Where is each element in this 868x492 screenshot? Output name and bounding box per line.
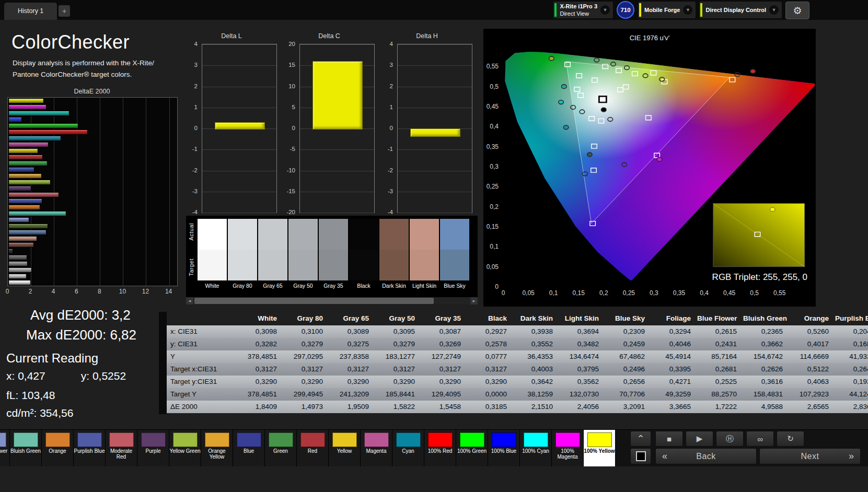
gear-icon[interactable]: ⚙ bbox=[785, 2, 809, 19]
delta-c-chart: Delta C 20151050-5-10-15-20 bbox=[282, 32, 377, 225]
patch-button[interactable]: 100% Cyan bbox=[520, 430, 552, 466]
gridline bbox=[202, 192, 276, 192]
delta-l-plot bbox=[202, 44, 277, 213]
deltae-bar bbox=[8, 217, 29, 222]
table-cell: 0,2626 bbox=[743, 363, 789, 376]
axis-tick-label: 0,15 bbox=[487, 223, 499, 230]
add-tab-button[interactable]: + bbox=[59, 5, 70, 17]
pattern-source-dropdown[interactable]: Mobile Forge ▼ bbox=[638, 2, 696, 18]
axis-tick-label: -4 bbox=[192, 209, 198, 215]
refresh-icon-button[interactable]: ↻ bbox=[777, 431, 804, 447]
scroll-right-icon[interactable]: ► bbox=[470, 297, 478, 304]
meter-dropdown[interactable]: X-Rite i1Pro 3 Direct View ▼ bbox=[553, 2, 613, 18]
axis-tick-label: 0,25 bbox=[487, 183, 499, 190]
current-reading-heading: Current Reading bbox=[6, 351, 98, 366]
patch-button[interactable]: 100% Red bbox=[424, 430, 456, 466]
patch-button[interactable]: Orange Yellow bbox=[201, 430, 233, 466]
delta-h-chart: Delta H 43210-1-2-3-4 bbox=[379, 32, 474, 225]
deltae-bar bbox=[8, 104, 47, 110]
axis-tick-label: -1 bbox=[192, 146, 198, 152]
infinity-icon-button[interactable]: ∞ bbox=[746, 431, 774, 447]
patch-button[interactable]: Red bbox=[297, 430, 329, 466]
deltae-bar bbox=[8, 267, 32, 273]
patch-color-chip bbox=[237, 432, 261, 447]
deltae-bar bbox=[8, 180, 51, 185]
back-arrow-icon: « bbox=[662, 451, 667, 462]
stop-icon-button[interactable]: ■ bbox=[655, 431, 683, 447]
patch-button[interactable]: 100% Blue bbox=[488, 430, 520, 466]
table-cell: 0,3127 bbox=[421, 363, 467, 376]
patch-button[interactable]: Blue Flower bbox=[0, 430, 10, 466]
table-row-label: Y bbox=[159, 350, 237, 363]
axis-tick-label: 15 bbox=[288, 62, 295, 68]
patch-label: Bluish Green bbox=[10, 448, 41, 454]
back-button[interactable]: « Back bbox=[655, 448, 757, 464]
table-cell: 0,3290 bbox=[467, 376, 513, 388]
patch-label: Blue bbox=[233, 448, 264, 454]
patch-button[interactable]: Bluish Green bbox=[10, 430, 42, 466]
patch-button[interactable]: Cyan bbox=[392, 430, 424, 466]
patch-color-chip bbox=[173, 432, 198, 447]
axis-tick-label: 0 bbox=[390, 125, 393, 131]
delta-h-plot bbox=[397, 44, 472, 213]
table-cell: 0,3290 bbox=[375, 376, 421, 388]
delta-l-y-axis: 43210-1-2-3-4 bbox=[184, 44, 200, 212]
patch-color-chip bbox=[524, 432, 548, 447]
patch-button[interactable]: Purplish Blue bbox=[74, 430, 106, 466]
table-cell: 0,5260 bbox=[789, 325, 835, 338]
swatch-target-color bbox=[349, 250, 378, 280]
axis-tick-label: 20 bbox=[288, 41, 295, 47]
deltae-bar bbox=[8, 261, 28, 266]
table-cell: 3,2091 bbox=[605, 401, 651, 413]
tab-history-1[interactable]: History 1 bbox=[4, 3, 57, 20]
patch-button[interactable]: 100% Magenta bbox=[552, 430, 584, 466]
deltae-bar bbox=[8, 148, 38, 154]
axis-tick-label: 4 bbox=[52, 288, 55, 295]
table-cell: 297,0295 bbox=[283, 350, 329, 363]
table-cell: 154,6742 bbox=[743, 350, 789, 363]
patch-color-chip bbox=[364, 432, 389, 447]
patch-button[interactable]: 100% Green bbox=[456, 430, 488, 466]
measurement-table: WhiteGray 80Gray 65Gray 50Gray 35BlackDa… bbox=[159, 312, 868, 414]
axis-tick-label: 0,05 bbox=[522, 289, 534, 297]
table-cell: 49,3259 bbox=[651, 388, 697, 401]
scrollbar-track[interactable] bbox=[193, 297, 470, 304]
table-cell: 0,2578 bbox=[467, 338, 513, 350]
swatch-actual-color bbox=[379, 219, 409, 250]
deltae-bar bbox=[8, 224, 48, 229]
patch-button[interactable]: Orange bbox=[42, 430, 74, 466]
patch-button[interactable]: Purple bbox=[137, 430, 169, 466]
table-cell: 1,5458 bbox=[421, 401, 467, 413]
colorchecker-swatch: Gray 50 bbox=[288, 219, 318, 289]
patch-button[interactable]: Green bbox=[265, 430, 297, 466]
letter-h-icon: Ⓗ bbox=[726, 434, 734, 444]
blank-screen-button[interactable] bbox=[630, 448, 651, 464]
patch-button[interactable]: Magenta bbox=[361, 430, 392, 466]
display-control-dropdown[interactable]: Direct Display Control ▼ bbox=[699, 2, 782, 18]
axis-tick-label: 0 bbox=[194, 125, 198, 131]
source-status-bar bbox=[639, 3, 641, 17]
cie-y-axis: 0,550,50,450,40,350,30,250,20,150,10,050 bbox=[483, 46, 501, 287]
letter-h-icon-button[interactable]: Ⓗ bbox=[716, 431, 744, 447]
axis-tick-label: -3 bbox=[388, 188, 393, 194]
reading-y-value: y: 0,5252 bbox=[81, 370, 126, 382]
play-icon-button[interactable]: ▶ bbox=[686, 431, 713, 447]
patch-color-chip bbox=[396, 432, 421, 447]
axis-tick-label: 10 bbox=[119, 288, 126, 295]
patch-button[interactable]: Yellow Green bbox=[169, 430, 201, 466]
patch-button[interactable]: 100% Yellow bbox=[584, 430, 616, 466]
patch-button[interactable]: Moderate Red bbox=[106, 430, 137, 466]
collapse-up-button[interactable]: ⌃ bbox=[630, 431, 651, 447]
scroll-left-icon[interactable]: ◄ bbox=[186, 297, 193, 304]
scrollbar-thumb[interactable] bbox=[194, 298, 434, 304]
delta-l-title: Delta L bbox=[184, 32, 279, 40]
patch-button[interactable]: Yellow bbox=[329, 430, 361, 466]
patch-button[interactable]: Blue bbox=[233, 430, 265, 466]
table-column-header: Light Skin bbox=[559, 312, 605, 325]
next-button[interactable]: Next » bbox=[759, 448, 861, 464]
meter-reading-badge[interactable]: 710 bbox=[617, 1, 634, 19]
table-cell: 0,4017 bbox=[789, 338, 835, 350]
table-cell: 0,3127 bbox=[283, 363, 329, 376]
swatch-scrollbar[interactable]: ◄ ► bbox=[186, 297, 478, 304]
patch-color-chip bbox=[555, 432, 580, 447]
